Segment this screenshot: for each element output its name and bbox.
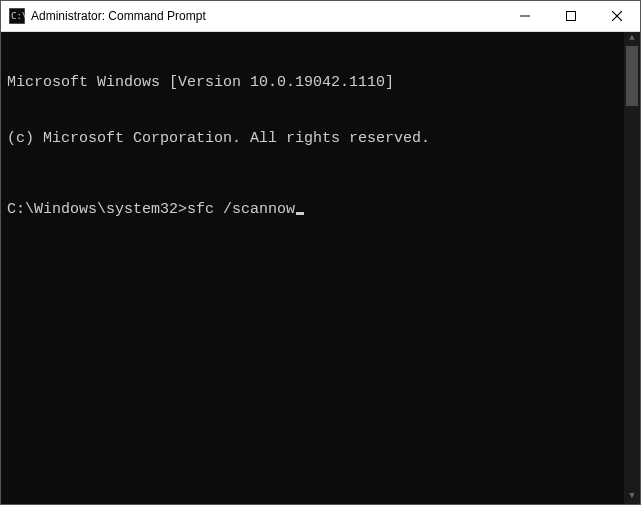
- terminal-line: Microsoft Windows [Version 10.0.19042.11…: [7, 74, 634, 93]
- command-input[interactable]: sfc /scannow: [187, 201, 295, 218]
- svg-text:C:\: C:\: [11, 11, 25, 21]
- scroll-up-arrow-icon[interactable]: ▲: [624, 32, 640, 46]
- terminal-line: (c) Microsoft Corporation. All rights re…: [7, 130, 634, 149]
- prompt-line: C:\Windows\system32>sfc /scannow: [7, 201, 634, 220]
- maximize-button[interactable]: [548, 1, 594, 31]
- prompt-text: C:\Windows\system32>: [7, 201, 187, 218]
- command-prompt-window: C:\ Administrator: Command Prompt Micros…: [0, 0, 641, 505]
- scrollbar-thumb[interactable]: [626, 46, 638, 106]
- svg-rect-3: [567, 12, 576, 21]
- minimize-button[interactable]: [502, 1, 548, 31]
- terminal-output[interactable]: Microsoft Windows [Version 10.0.19042.11…: [1, 32, 640, 504]
- window-title: Administrator: Command Prompt: [31, 9, 206, 23]
- cursor: [296, 212, 304, 215]
- cmd-icon: C:\: [9, 8, 25, 24]
- window-controls: [502, 1, 640, 31]
- close-button[interactable]: [594, 1, 640, 31]
- scroll-down-arrow-icon[interactable]: ▼: [624, 490, 640, 504]
- vertical-scrollbar[interactable]: ▲ ▼: [624, 32, 640, 504]
- titlebar[interactable]: C:\ Administrator: Command Prompt: [1, 1, 640, 32]
